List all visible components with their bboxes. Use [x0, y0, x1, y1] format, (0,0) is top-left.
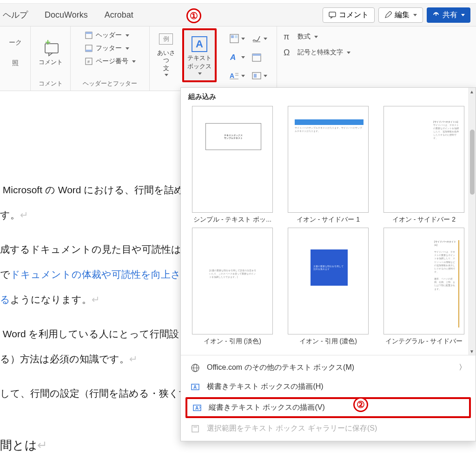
wordart-button[interactable]: A: [229, 49, 245, 65]
svg-rect-3: [86, 32, 92, 34]
header-button[interactable]: ヘッダー: [85, 31, 136, 39]
horizontal-textbox-icon: A: [190, 382, 200, 392]
menu-horizontal-textbox[interactable]: A 横書きテキスト ボックスの描画(H): [181, 377, 476, 396]
gallery-section-header: 組み込み: [181, 88, 476, 104]
chevron-down-icon: [314, 36, 318, 38]
svg-rect-31: [193, 426, 197, 428]
greeting-button[interactable]: 例 あいさつ 文: [152, 28, 180, 79]
menu-office-more[interactable]: Office.com のその他のテキスト ボックス(M) 〉: [181, 358, 476, 377]
svg-rect-14: [252, 54, 261, 56]
vertical-textbox-icon: A: [192, 403, 202, 413]
gallery-item-integral-sidebar[interactable]: [サイドバーのタイトル]サイドバーは、テキストの重要なポイントを強調したり、スケ…: [380, 228, 468, 346]
chevron-down-icon: [461, 14, 465, 16]
ribbon: ーク 照 コメント コメント ヘッダー フッター #ページ番号 ヘッダーとフッタ…: [0, 26, 476, 91]
ribbon-ref-label: 照: [12, 47, 19, 67]
chevron-down-icon: [132, 60, 136, 63]
svg-rect-10: [235, 35, 238, 38]
svg-text:A: A: [195, 406, 198, 411]
signature-line-button[interactable]: [251, 30, 267, 47]
date-icon: [251, 52, 262, 62]
chevron-down-icon: [126, 47, 129, 50]
symbol-icon: Ω: [284, 48, 295, 57]
wordart-icon: A: [229, 52, 239, 62]
svg-text:Ω: Ω: [284, 48, 290, 57]
link-text[interactable]: ドキュメントの体裁や可読性を向上さ: [10, 269, 181, 280]
svg-text:A: A: [193, 385, 197, 390]
textbox-button[interactable]: A テキスト ボックス: [184, 30, 215, 80]
footer-icon: [85, 44, 93, 52]
share-button[interactable]: 共有: [427, 7, 470, 23]
gallery-item-ion-quote-light[interactable]: [文書の重要な部分を引用して読者の注意を引いたり、このスペースを使って重要なポイ…: [188, 228, 277, 346]
gallery-item-ion-sidebar-1[interactable]: サイドバーのサンプルテキストが入ります。サイドバーのサンプルテキストが入ります。…: [284, 106, 372, 224]
chevron-down-icon: [126, 34, 129, 37]
tab-help[interactable]: ヘルプ: [2, 7, 34, 23]
chevron-down-icon: [264, 75, 267, 77]
gallery-scrollbar[interactable]: ▲ ▼: [468, 88, 476, 355]
scroll-down-icon[interactable]: ▼: [468, 347, 476, 355]
svg-text:#: #: [87, 59, 90, 64]
quick-parts-icon: [229, 33, 239, 44]
textbox-icon: A: [192, 36, 207, 52]
comment-button[interactable]: コメント: [323, 7, 375, 23]
chevron-down-icon: [198, 72, 202, 75]
chevron-down-icon: [264, 38, 267, 40]
svg-rect-9: [231, 35, 234, 38]
pencil-icon: [384, 11, 392, 19]
date-time-button[interactable]: [251, 49, 267, 65]
comment-icon: [329, 11, 336, 19]
page-number-icon: #: [85, 57, 93, 65]
edit-button[interactable]: 編集: [378, 7, 423, 23]
svg-text:A: A: [230, 53, 236, 62]
menu-vertical-textbox[interactable]: A 縦書きテキスト ボックスの描画(V): [187, 399, 469, 416]
tab-docuworks[interactable]: DocuWorks: [38, 7, 94, 23]
equation-icon: π: [284, 32, 295, 41]
chevron-down-icon: [165, 74, 168, 76]
chevron-down-icon: [241, 56, 245, 59]
new-comment-icon: [42, 39, 59, 58]
annotation-2: ②: [353, 397, 368, 412]
group-label-headerfooter: ヘッダーとフッター: [83, 78, 137, 91]
scroll-up-icon[interactable]: ▲: [468, 88, 476, 95]
gallery-item-simple[interactable]: テキストボックスサンプルテキスト シンプル - テキスト ボッ...: [188, 106, 277, 224]
svg-rect-20: [254, 74, 257, 78]
object-button[interactable]: [251, 67, 267, 84]
tab-acrobat[interactable]: Acrobat: [98, 7, 140, 23]
object-icon: [251, 71, 262, 81]
svg-text:π: π: [284, 32, 289, 41]
textbox-gallery-dropdown: 組み込み テキストボックスサンプルテキスト シンプル - テキスト ボッ... …: [180, 87, 476, 441]
annotation-1: ①: [186, 8, 201, 23]
dropcap-icon: A: [229, 71, 239, 81]
save-icon: [190, 424, 200, 433]
page-number-button[interactable]: #ページ番号: [85, 57, 136, 65]
comment-big-button[interactable]: コメント: [36, 28, 66, 78]
chevron-right-icon: 〉: [459, 363, 466, 373]
group-label-comment: コメント: [39, 78, 63, 91]
globe-icon: [190, 363, 200, 373]
chevron-down-icon: [413, 14, 417, 16]
share-icon: [432, 11, 440, 19]
gallery-item-ion-quote-dark[interactable]: 文書の重要な部分を引用して注目を集めます イオン - 引用 (濃色): [284, 228, 372, 346]
chevron-down-icon: [241, 75, 245, 77]
ribbon-mark-label: ーク: [9, 28, 22, 47]
menu-save-to-gallery: 選択範囲をテキスト ボックス ギャラリーに保存(S): [181, 419, 476, 438]
header-icon: [85, 31, 93, 39]
svg-rect-1: [45, 44, 58, 53]
textbox-highlight: A テキスト ボックス: [182, 28, 217, 82]
equation-button[interactable]: π数式: [284, 32, 350, 41]
menu-vertical-highlight: A 縦書きテキスト ボックスの描画(V): [185, 397, 471, 418]
ribbon-tabs-row: ヘルプ DocuWorks Acrobat コメント 編集 共有: [0, 4, 476, 26]
chevron-down-icon: [347, 52, 350, 54]
footer-button[interactable]: フッター: [85, 44, 136, 52]
svg-text:A: A: [230, 72, 234, 79]
gallery-item-ion-sidebar-2[interactable]: [サイドバーのタイトル]サイドバーは、テキストの重要なポイントを強調したり、追加…: [380, 106, 468, 224]
symbol-button[interactable]: Ω記号と特殊文字: [284, 48, 350, 57]
chevron-down-icon: [241, 38, 245, 40]
drop-cap-button[interactable]: A: [229, 67, 245, 84]
quick-parts-button[interactable]: [229, 30, 245, 47]
signature-icon: [251, 33, 262, 44]
svg-rect-5: [86, 50, 92, 52]
svg-rect-0: [329, 12, 336, 17]
